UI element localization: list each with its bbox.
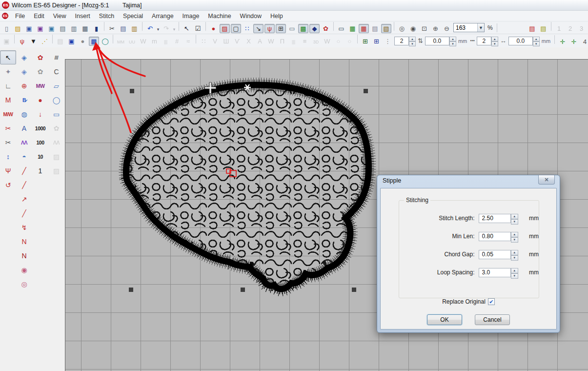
rectangle-tool[interactable]: ▭ bbox=[48, 107, 64, 121]
menu-edit[interactable]: Edit bbox=[29, 12, 49, 21]
spinner-arrows-icon[interactable]: ▲▼ bbox=[449, 37, 456, 45]
cancel-button[interactable]: Cancel bbox=[475, 314, 510, 325]
penetrations-red-button[interactable]: ψ bbox=[17, 37, 27, 46]
oval-rotate-tool[interactable]: ↺ bbox=[0, 178, 16, 192]
field-input[interactable] bbox=[479, 268, 511, 277]
reshape-tool[interactable]: ◈ bbox=[16, 50, 32, 64]
menu-image[interactable]: Image bbox=[178, 12, 204, 21]
spinner-arrows-icon[interactable]: ▲▼ bbox=[409, 37, 416, 45]
node-edit-tool[interactable]: ∟ bbox=[0, 79, 16, 93]
zoom-combo[interactable]: ▼ bbox=[453, 23, 485, 32]
scissors-needle-tool[interactable]: ✂ bbox=[0, 135, 16, 149]
selection-handle[interactable] bbox=[241, 288, 245, 292]
read-from-machine-button[interactable]: ▤ bbox=[538, 24, 548, 33]
figures-tool[interactable]: ΛΛ bbox=[16, 135, 32, 149]
closed-shape-button[interactable]: ◯ bbox=[100, 37, 110, 46]
zigzag-arrow-tool[interactable]: M bbox=[0, 93, 16, 107]
undo-dropdown[interactable]: ▾ bbox=[156, 27, 161, 32]
paste-button[interactable]: ▥ bbox=[129, 24, 140, 33]
zigzag-run-tool[interactable]: ↯ bbox=[16, 220, 32, 234]
stitch-machine-button[interactable]: ▦ bbox=[80, 24, 90, 33]
offset-outlines-button[interactable]: ▣ bbox=[66, 37, 77, 46]
cap-shape-tool[interactable]: ◓ bbox=[16, 149, 32, 164]
new-button[interactable]: ▯ bbox=[1, 24, 12, 33]
send-to-machine-button[interactable]: ▤ bbox=[527, 24, 537, 33]
print-preview-button[interactable]: ▥ bbox=[69, 24, 79, 33]
menu-special[interactable]: Special bbox=[119, 12, 147, 21]
brain-outline[interactable] bbox=[126, 85, 368, 289]
polygon-select-tool[interactable]: ✦ bbox=[0, 64, 16, 79]
curve-tool[interactable]: C bbox=[48, 64, 64, 79]
menu-file[interactable]: File bbox=[11, 12, 29, 21]
selection-handle[interactable] bbox=[129, 288, 133, 292]
needle-down-tool[interactable]: ↓ bbox=[32, 107, 48, 121]
monogram-flower-tool[interactable]: ✿ bbox=[32, 50, 48, 64]
needle-circle-tool[interactable]: ⊕ bbox=[16, 79, 32, 93]
auto-select-button[interactable]: ↖ bbox=[182, 24, 192, 33]
fill-shape-tool[interactable]: ▱ bbox=[48, 79, 64, 93]
lettering-tool[interactable]: A bbox=[16, 121, 32, 135]
show-vectors-toggle[interactable]: ◆ bbox=[309, 24, 320, 33]
select-tool[interactable]: ↖ bbox=[0, 50, 16, 64]
menu-view[interactable]: View bbox=[49, 12, 71, 21]
digitize-points-button[interactable]: ⋰ bbox=[40, 37, 50, 46]
travel-10-tool[interactable]: 10 bbox=[32, 149, 48, 164]
mw-slash-tool[interactable]: M/W bbox=[0, 107, 16, 121]
menu-insert[interactable]: Insert bbox=[71, 12, 95, 21]
run-line-tool[interactable]: ╱ bbox=[16, 178, 32, 192]
document-icon[interactable]: ES bbox=[2, 13, 8, 19]
repeat-count-spinner[interactable]: 2 ▲▼ bbox=[477, 37, 498, 45]
show-stitches-toggle[interactable]: ▨ bbox=[220, 24, 230, 33]
selection-handle[interactable] bbox=[352, 288, 356, 292]
stitch-patch-button[interactable]: ● bbox=[208, 24, 219, 33]
run-count-spinner[interactable]: 2 ▲▼ bbox=[394, 37, 416, 45]
show-grid-toggle[interactable]: ⊞ bbox=[276, 24, 286, 33]
n-polyline-tool[interactable]: N bbox=[16, 234, 32, 248]
menu-arrange[interactable]: Arrange bbox=[147, 12, 178, 21]
zigzag-mw-tool[interactable]: MW bbox=[32, 79, 48, 93]
options-check-button[interactable]: ☑ bbox=[193, 24, 203, 33]
print-button[interactable]: ▤ bbox=[58, 24, 68, 33]
partial-4-button[interactable]: 4 bbox=[580, 37, 588, 46]
show-image-toggle[interactable]: ▩ bbox=[298, 24, 308, 33]
align-centers-a-button[interactable]: ✛ bbox=[557, 37, 568, 46]
zoom-in-button[interactable]: ⊕ bbox=[430, 24, 441, 33]
spinner-arrows-icon[interactable]: ▲▼ bbox=[511, 232, 518, 241]
flower-gray-tool[interactable]: ✿ bbox=[32, 64, 48, 79]
cut-stitch-tool[interactable]: ✂ bbox=[0, 121, 16, 135]
align-centers-b-button[interactable]: ✛ bbox=[568, 37, 579, 46]
show-penetrations-toggle[interactable]: ψ bbox=[264, 24, 275, 33]
parallel-lines-tool[interactable]: /// bbox=[48, 50, 64, 64]
replace-original-checkbox[interactable]: ✔ bbox=[488, 298, 495, 305]
background-art-button[interactable]: ✿ bbox=[321, 24, 331, 33]
measure-tool-button[interactable]: ↘ bbox=[253, 24, 264, 33]
menu-stitch[interactable]: Stitch bbox=[95, 12, 119, 21]
open-button[interactable]: ▨ bbox=[13, 24, 23, 33]
field-input[interactable] bbox=[479, 214, 511, 223]
applique-tool[interactable]: ◍ bbox=[16, 107, 32, 121]
n-zigzag-tool[interactable]: N bbox=[16, 248, 32, 263]
show-needle-points-toggle[interactable]: ∷ bbox=[242, 24, 252, 33]
thread-colors-button[interactable]: ▦ bbox=[347, 24, 358, 33]
circle-star-tool[interactable]: ◉ bbox=[16, 263, 32, 277]
menu-window[interactable]: Window bbox=[236, 12, 266, 21]
save-design-button[interactable]: ▣ bbox=[46, 24, 57, 33]
zoom-box-button[interactable]: ⊡ bbox=[419, 24, 429, 33]
field-input[interactable] bbox=[479, 250, 511, 259]
save-to-machine-button[interactable]: ▣ bbox=[35, 24, 45, 33]
spinner-arrows-icon[interactable]: ▲▼ bbox=[533, 37, 540, 45]
dots-menu-button[interactable]: ⋮ bbox=[383, 37, 393, 46]
letter-b-crossed-tool[interactable]: B̷ bbox=[16, 93, 32, 107]
zoom-out-button[interactable]: ⊖ bbox=[442, 24, 452, 33]
red-oval-tool[interactable]: ● bbox=[32, 93, 48, 107]
ellipse-tool[interactable]: ◯ bbox=[48, 93, 64, 107]
arrow-run-tool[interactable]: ↗ bbox=[16, 192, 32, 206]
copy-button[interactable]: ▤ bbox=[118, 24, 128, 33]
quadrant-view-a-button[interactable]: ⊞ bbox=[360, 37, 370, 46]
menu-machine[interactable]: Machine bbox=[203, 12, 235, 21]
spinner-arrows-icon[interactable]: ▲▼ bbox=[511, 268, 518, 277]
show-outlines-toggle[interactable]: ▢ bbox=[231, 24, 241, 33]
close-button[interactable]: ✕ bbox=[538, 175, 555, 185]
save-button[interactable]: ▣ bbox=[24, 24, 34, 33]
spinner-arrows-icon[interactable]: ▲▼ bbox=[491, 37, 498, 45]
